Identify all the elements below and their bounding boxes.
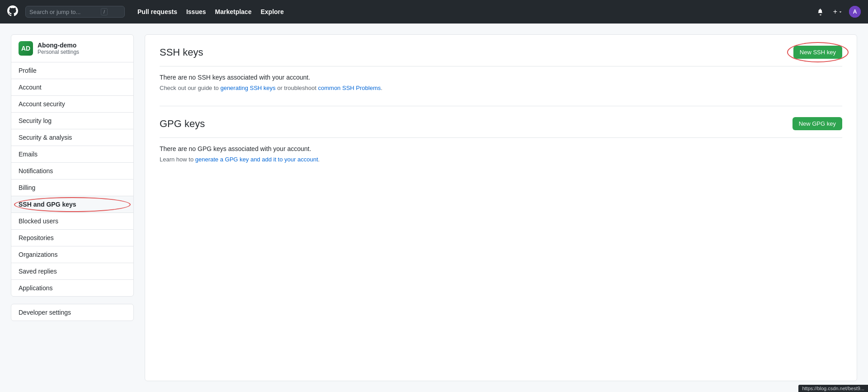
gpg-section-header: GPG keys New GPG key xyxy=(160,117,842,138)
section-divider xyxy=(160,106,842,106)
status-bar: https://blog.csdn.net/best9... xyxy=(798,385,868,392)
slash-key-hint: / xyxy=(101,8,108,15)
sidebar-item-security-analysis[interactable]: Security & analysis xyxy=(11,129,133,146)
ssh-section-title: SSH keys xyxy=(160,47,203,58)
notifications-button[interactable] xyxy=(814,6,827,17)
sidebar-avatar: AD xyxy=(19,41,33,56)
svg-text:A: A xyxy=(853,9,857,15)
search-box[interactable]: / xyxy=(25,6,125,18)
sidebar-item-account-security[interactable]: Account security xyxy=(11,96,133,113)
gpg-helper-text: Learn how to generate a GPG key and add … xyxy=(160,156,842,163)
create-new-button[interactable]: + xyxy=(830,6,845,18)
marketplace-link[interactable]: Marketplace xyxy=(212,6,255,17)
sidebar-item-saved-replies[interactable]: Saved replies xyxy=(11,263,133,280)
sidebar-area: AD Abong-demo Personal settings Profile … xyxy=(0,34,145,381)
pull-requests-link[interactable]: Pull requests xyxy=(134,6,181,17)
sidebar-item-repositories[interactable]: Repositories xyxy=(11,230,133,246)
topnav-right: + A xyxy=(814,6,861,18)
sidebar-item-ssh-gpg[interactable]: SSH and GPG keys xyxy=(11,196,133,213)
sidebar-username: Abong-demo xyxy=(38,42,79,49)
sidebar-sublabel: Personal settings xyxy=(38,49,79,55)
topnav-links: Pull requests Issues Marketplace Explore xyxy=(134,6,288,17)
sidebar-item-account[interactable]: Account xyxy=(11,79,133,96)
new-ssh-key-button[interactable]: New SSH key xyxy=(793,46,842,59)
common-ssh-problems-link[interactable]: common SSH Problems xyxy=(318,85,381,91)
sidebar-item-blocked-users[interactable]: Blocked users xyxy=(11,213,133,230)
user-menu-button[interactable]: A xyxy=(849,6,861,18)
generating-ssh-keys-link[interactable]: generating SSH keys xyxy=(220,85,275,91)
sidebar-panel: AD Abong-demo Personal settings Profile … xyxy=(11,34,134,297)
new-ssh-key-container: New SSH key xyxy=(793,46,842,59)
ssh-helper-text: Check out our guide to generating SSH ke… xyxy=(160,85,842,91)
page-container: AD Abong-demo Personal settings Profile … xyxy=(0,24,868,392)
ssh-section-header: SSH keys New SSH key xyxy=(160,46,842,66)
status-url: https://blog.csdn.net/best9... xyxy=(802,386,864,391)
top-navigation: / Pull requests Issues Marketplace Explo… xyxy=(0,0,868,24)
sidebar-header: AD Abong-demo Personal settings xyxy=(11,35,133,62)
sidebar-item-emails[interactable]: Emails xyxy=(11,146,133,163)
search-input[interactable] xyxy=(29,9,97,15)
new-gpg-key-button[interactable]: New GPG key xyxy=(793,117,842,130)
sidebar-user-info: Abong-demo Personal settings xyxy=(38,42,79,55)
ssh-empty-message: There are no SSH keys associated with yo… xyxy=(160,74,842,81)
generate-gpg-key-link[interactable]: generate a GPG key and add it to your ac… xyxy=(195,156,318,163)
sidebar-item-developer-settings[interactable]: Developer settings xyxy=(11,304,133,321)
gpg-section-title: GPG keys xyxy=(160,118,205,130)
sidebar-item-profile[interactable]: Profile xyxy=(11,62,133,79)
sidebar-developer-panel: Developer settings xyxy=(11,304,134,321)
sidebar-item-organizations[interactable]: Organizations xyxy=(11,246,133,263)
github-logo[interactable] xyxy=(7,5,18,19)
main-content: SSH keys New SSH key There are no SSH ke… xyxy=(145,34,857,381)
issues-link[interactable]: Issues xyxy=(183,6,210,17)
sidebar-item-ssh-gpg-wrapper: SSH and GPG keys xyxy=(11,196,133,213)
explore-link[interactable]: Explore xyxy=(257,6,287,17)
gpg-empty-message: There are no GPG keys associated with yo… xyxy=(160,145,842,152)
sidebar-item-notifications[interactable]: Notifications xyxy=(11,163,133,179)
sidebar-item-security-log[interactable]: Security log xyxy=(11,113,133,129)
sidebar-item-billing[interactable]: Billing xyxy=(11,179,133,196)
sidebar-item-applications[interactable]: Applications xyxy=(11,280,133,296)
